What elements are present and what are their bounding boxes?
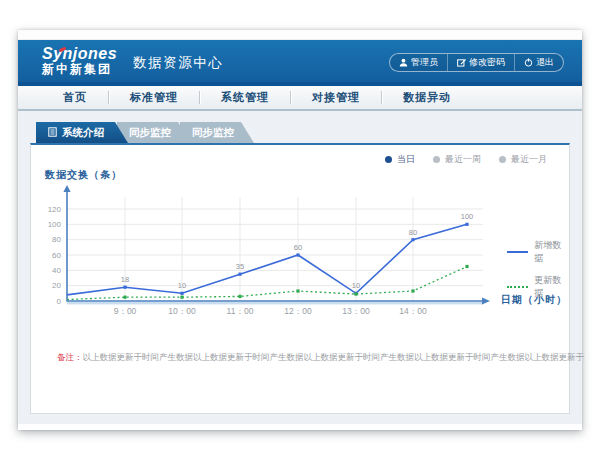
series-legend: 新增数据 更新数据 [507, 239, 569, 300]
svg-text:100: 100 [48, 220, 62, 229]
footnote: 备注：以上数据更新于时间产生数据以上数据更新于时间产生数据以上数据更新于时间产生… [57, 352, 559, 364]
content-area: 系统介绍 同步监控 同步监控 当日 最近一周 [18, 111, 582, 424]
svg-text:10：00: 10：00 [168, 306, 196, 316]
tab-label: 同步监控 [192, 126, 234, 140]
nav-item-data-change[interactable]: 数据异动 [382, 90, 472, 105]
user-menu: 管理员 修改密码 退出 [389, 53, 564, 72]
logout-button[interactable]: 退出 [514, 54, 563, 71]
y-axis-title: 数据交换（条） [45, 168, 122, 182]
svg-text:14：00: 14：00 [399, 306, 427, 316]
user-icon [399, 58, 408, 67]
dotted-line-icon [507, 286, 528, 288]
tab-sync-monitor-1[interactable]: 同步监控 [117, 122, 191, 143]
nav-item-interface-mgmt[interactable]: 对接管理 [291, 90, 381, 105]
legend-label: 更新数据 [534, 274, 569, 300]
svg-text:10: 10 [352, 281, 360, 290]
svg-text:10: 10 [178, 281, 186, 290]
logo-text: Synjones [42, 46, 117, 63]
tab-system-intro[interactable]: 系统介绍 [36, 122, 128, 143]
range-filter-legend: 当日 最近一周 最近一月 [385, 153, 547, 166]
page-top-strip [18, 30, 582, 40]
legend-updated-data: 更新数据 [507, 274, 569, 300]
svg-text:120: 120 [48, 205, 62, 214]
solid-line-icon [507, 251, 528, 253]
logout-icon [524, 58, 533, 67]
footnote-prefix: 备注： [57, 352, 83, 362]
line-chart: 0204060801001209：0010：0011：0012：0013：001… [31, 183, 569, 341]
svg-text:0: 0 [57, 297, 62, 306]
nav-item-system-mgmt[interactable]: 系统管理 [200, 90, 290, 105]
radio-dot-icon [433, 156, 440, 163]
svg-text:9：00: 9：00 [114, 306, 137, 316]
svg-text:80: 80 [52, 235, 61, 244]
user-button[interactable]: 管理员 [390, 54, 447, 71]
svg-text:40: 40 [52, 266, 61, 275]
radio-dot-icon [385, 156, 392, 163]
filter-last-week[interactable]: 最近一周 [433, 153, 481, 166]
tab-sync-monitor-2[interactable]: 同步监控 [180, 122, 254, 143]
main-nav: 首页 标准管理 系统管理 对接管理 数据异动 [18, 86, 582, 111]
filter-label: 当日 [397, 153, 415, 166]
edit-icon [457, 58, 466, 67]
nav-item-standard-mgmt[interactable]: 标准管理 [109, 90, 199, 105]
svg-text:20: 20 [52, 281, 61, 290]
app-window: Synjones 新中新集团 数据资源中心 管理员 修改密码 退出 [18, 30, 582, 430]
footnote-text: 以上数据更新于时间产生数据以上数据更新于时间产生数据以上数据更新于时间产生数据以… [83, 352, 585, 362]
logo: Synjones 新中新集团 [42, 46, 117, 75]
filter-label: 最近一月 [511, 153, 547, 166]
filter-last-month[interactable]: 最近一月 [499, 153, 547, 166]
header: Synjones 新中新集团 数据资源中心 管理员 修改密码 退出 [18, 40, 582, 86]
svg-text:12：00: 12：00 [284, 306, 312, 316]
document-icon [48, 127, 57, 139]
nav-item-home[interactable]: 首页 [42, 90, 108, 105]
change-password-label: 修改密码 [469, 56, 505, 69]
filter-today[interactable]: 当日 [385, 153, 415, 166]
svg-text:13：00: 13：00 [342, 306, 370, 316]
user-button-label: 管理员 [411, 56, 438, 69]
tab-bar: 系统介绍 同步监控 同步监控 [30, 122, 570, 143]
radio-dot-icon [499, 156, 506, 163]
svg-text:18: 18 [121, 275, 129, 284]
svg-text:35: 35 [236, 262, 244, 271]
change-password-button[interactable]: 修改密码 [447, 54, 514, 71]
svg-text:100: 100 [461, 212, 474, 221]
chart-panel: 当日 最近一周 最近一月 数据交换（条） 0204060801001209：00… [30, 143, 570, 414]
legend-label: 新增数据 [534, 239, 569, 265]
svg-text:80: 80 [409, 228, 417, 237]
svg-text:11：00: 11：00 [227, 306, 254, 316]
page-title: 数据资源中心 [133, 54, 223, 72]
tab-label: 同步监控 [129, 126, 171, 140]
legend-new-data: 新增数据 [507, 239, 569, 265]
svg-text:60: 60 [52, 251, 61, 260]
logout-label: 退出 [536, 56, 554, 69]
tab-label: 系统介绍 [62, 126, 104, 140]
svg-text:60: 60 [294, 243, 302, 252]
filter-label: 最近一周 [445, 153, 481, 166]
logo-subtext: 新中新集团 [42, 63, 117, 76]
page: Synjones 新中新集团 数据资源中心 管理员 修改密码 退出 [0, 0, 600, 450]
